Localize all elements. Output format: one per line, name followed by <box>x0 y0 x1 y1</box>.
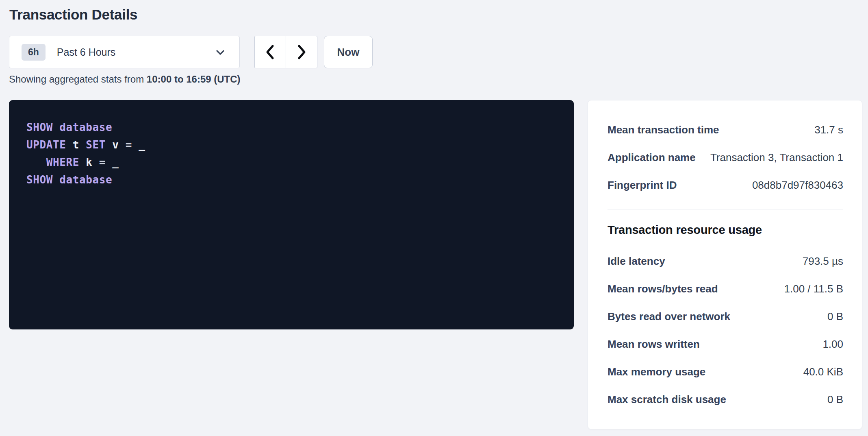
aggregation-time-range: 10:00 to 16:59 (UTC) <box>147 74 241 85</box>
row-label: Mean transaction time <box>608 124 719 136</box>
chevron-left-icon <box>264 44 277 60</box>
resource-row-bytes-read-over-network: Bytes read over network 0 B <box>608 303 843 330</box>
row-value: 793.5 µs <box>803 255 843 268</box>
resource-row-mean-rows-written: Mean rows written 1.00 <box>608 330 843 358</box>
resource-usage-heading: Transaction resource usage <box>608 223 843 237</box>
prev-time-range-button[interactable] <box>254 36 286 68</box>
row-value: 0 B <box>827 393 843 406</box>
resource-row-max-scratch-disk-usage: Max scratch disk usage 0 B <box>608 386 843 413</box>
time-controls-row: 6h Past 6 Hours Now <box>9 36 373 68</box>
card-divider <box>608 209 843 209</box>
resource-row-max-memory-usage: Max memory usage 40.0 KiB <box>608 358 843 386</box>
sql-token: = <box>99 156 113 168</box>
sql-token: SET <box>86 139 112 151</box>
time-range-selected-label: Past 6 Hours <box>57 46 116 58</box>
row-value: 40.0 KiB <box>803 366 843 378</box>
sql-line: WHERE k = _ <box>26 154 558 171</box>
sql-token: _ <box>139 139 145 151</box>
row-value: 0 B <box>827 310 843 323</box>
row-label: Idle latency <box>608 255 665 268</box>
sql-line: SHOW database <box>26 119 558 136</box>
row-label: Fingerprint ID <box>608 179 677 192</box>
sql-statement-box: SHOW database UPDATE t SET v = _ WHERE k… <box>9 100 574 329</box>
summary-row-fingerprint-id: Fingerprint ID 08d8b7d97f830463 <box>608 171 843 199</box>
row-label: Application name <box>608 151 696 164</box>
row-value: Transaction 3, Transaction 1 <box>710 151 843 164</box>
sql-token: v <box>112 139 126 151</box>
sql-token: _ <box>112 156 119 168</box>
sql-token: = <box>126 139 139 151</box>
resource-row-mean-rows-bytes-read: Mean rows/bytes read 1.00 / 11.5 B <box>608 275 843 303</box>
row-value: 1.00 <box>822 338 843 351</box>
sql-line: UPDATE t SET v = _ <box>26 136 558 154</box>
sql-token: UPDATE <box>26 139 73 151</box>
sql-token: SHOW <box>26 121 59 133</box>
chevron-down-icon <box>215 48 226 57</box>
summary-row-application-name: Application name Transaction 3, Transact… <box>608 144 843 171</box>
sql-token: WHERE <box>46 156 86 168</box>
row-label: Bytes read over network <box>608 310 730 323</box>
chevron-right-icon <box>295 44 308 60</box>
sql-token: database <box>59 174 112 186</box>
resource-row-idle-latency: Idle latency 793.5 µs <box>608 247 843 275</box>
row-value: 31.7 s <box>814 124 843 136</box>
sql-token: database <box>59 121 112 133</box>
row-value: 1.00 / 11.5 B <box>784 283 843 295</box>
sql-token: t <box>73 139 86 151</box>
transaction-summary-card: Mean transaction time 31.7 s Application… <box>588 100 862 429</box>
transaction-details-page: Transaction Details 6h Past 6 Hours Now … <box>0 0 868 436</box>
now-button[interactable]: Now <box>324 36 373 68</box>
summary-row-mean-transaction-time: Mean transaction time 31.7 s <box>608 116 843 144</box>
sql-token: SHOW <box>26 174 59 186</box>
time-range-badge: 6h <box>22 44 46 61</box>
time-nav-button-group <box>254 36 317 68</box>
aggregation-note-prefix: Showing aggregated stats from <box>9 74 147 85</box>
row-label: Mean rows written <box>608 338 700 351</box>
sql-token <box>26 156 46 168</box>
row-label: Mean rows/bytes read <box>608 283 718 295</box>
sql-token: k <box>86 156 99 168</box>
time-range-dropdown[interactable]: 6h Past 6 Hours <box>9 36 240 68</box>
sql-line: SHOW database <box>26 171 558 189</box>
aggregation-note: Showing aggregated stats from 10:00 to 1… <box>9 74 241 85</box>
next-time-range-button[interactable] <box>286 36 317 68</box>
row-label: Max scratch disk usage <box>608 393 726 406</box>
row-value: 08d8b7d97f830463 <box>752 179 843 192</box>
page-title: Transaction Details <box>9 7 137 23</box>
row-label: Max memory usage <box>608 366 705 378</box>
